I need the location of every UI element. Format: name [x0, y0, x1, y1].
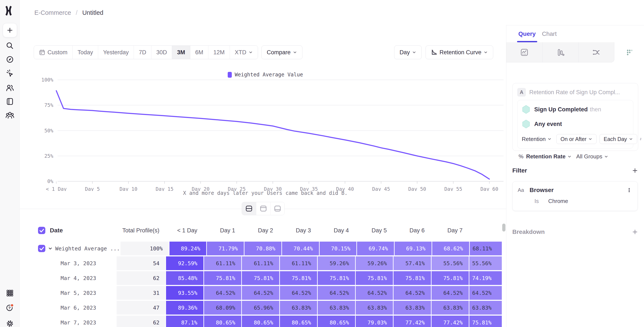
retention-cell: 63.83%	[432, 301, 469, 315]
help-icon[interactable]: ?	[5, 303, 14, 312]
chevron-down-icon	[567, 154, 572, 159]
retention-cell: 64.52%	[356, 286, 393, 300]
table-row[interactable]: Weighted Average ...100%89.24%71.79%70.8…	[32, 242, 502, 255]
retention-cell: 64.52%	[432, 286, 469, 300]
table-row[interactable]: Mar 5, 20233193.55%64.52%64.52%64.52%64.…	[32, 286, 502, 300]
report-type-funnels[interactable]	[542, 42, 578, 62]
retention-line[interactable]	[56, 91, 489, 179]
range-3m[interactable]: 3M	[172, 46, 190, 59]
column-header: Day 4	[318, 224, 355, 237]
first-event-row[interactable]: Sign Up Completed then	[522, 105, 629, 114]
users-icon[interactable]	[5, 83, 14, 93]
boards-icon[interactable]	[5, 97, 14, 106]
column-header: Day 6	[393, 224, 430, 237]
filter-operator[interactable]: Is	[534, 198, 539, 205]
row-expander[interactable]	[48, 246, 53, 251]
chart-type-button[interactable]: Retention Curve	[426, 45, 493, 59]
query-card: A Retention Rate of Sign Up Compl... Sig…	[512, 83, 638, 151]
filter-property[interactable]: Browser	[530, 187, 554, 194]
granularity-button[interactable]: Day	[394, 45, 422, 59]
retention-cell: 65.96%	[242, 301, 279, 315]
series-badge: A	[517, 88, 526, 97]
report-type-retention[interactable]	[614, 42, 644, 62]
add-filter-icon[interactable]	[632, 167, 638, 174]
then-label: then	[590, 106, 601, 113]
toggle-table-only[interactable]	[270, 202, 284, 215]
retention-cell: 70.88%	[244, 242, 282, 255]
date-cell: Mar 7, 2023	[60, 320, 96, 326]
breadcrumb-parent[interactable]: E-Commerce	[34, 9, 71, 16]
report-type-flows[interactable]	[578, 42, 614, 62]
range-today[interactable]: Today	[72, 46, 98, 59]
table-row[interactable]: Mar 6, 20234789.36%68.09%65.96%63.83%63.…	[32, 301, 502, 315]
select-all-checkbox[interactable]	[38, 227, 45, 234]
main-content: CustomTodayYesterday7D30D3M6M12MXTD Comp…	[20, 25, 506, 327]
range-6m[interactable]: 6M	[190, 46, 208, 59]
events-cursor-icon[interactable]	[5, 69, 14, 78]
app-window: ? E-Commerce / Untitled	[0, 0, 644, 327]
retention-cell: 68.11%	[470, 242, 502, 255]
row-checkbox[interactable]	[38, 245, 45, 252]
column-header: Day 5	[356, 224, 393, 237]
groups-dropdown[interactable]: All Groups	[574, 153, 608, 160]
chevron-down-icon	[484, 50, 488, 54]
range-30d[interactable]: 30D	[151, 46, 172, 59]
filter-value[interactable]: Chrome	[548, 198, 568, 205]
retention-type-dropdown[interactable]: Retention	[522, 136, 552, 142]
discover-compass-icon[interactable]	[5, 55, 14, 64]
new-report-button[interactable]	[3, 23, 17, 37]
tab-chart[interactable]: Chart	[542, 25, 556, 42]
retention-cell: 69.74%	[357, 242, 394, 255]
search-icon[interactable]	[5, 41, 14, 50]
retention-cell: 57.41%	[394, 256, 431, 270]
retention-cell: 92.59%	[166, 256, 203, 270]
filter-kebab-icon[interactable]	[626, 187, 632, 193]
column-header	[469, 224, 502, 237]
measure-dropdown[interactable]: Retention Rate	[526, 153, 572, 160]
on-or-after-dropdown[interactable]: On or After	[556, 134, 596, 144]
add-breakdown-icon[interactable]	[632, 229, 638, 235]
chart-controls-row: CustomTodayYesterday7D30D3M6M12MXTD Comp…	[34, 45, 493, 59]
range-xtd[interactable]: XTD	[230, 46, 258, 59]
chevron-down-icon	[629, 137, 633, 141]
retention-cell: 68.62%	[432, 242, 469, 255]
retention-curve-icon	[431, 49, 437, 55]
tab-query[interactable]: Query	[518, 25, 536, 42]
table-row[interactable]: Mar 3, 20235492.59%61.11%61.11%61.11%59.…	[32, 256, 502, 270]
compare-button[interactable]: Compare	[262, 45, 302, 59]
table-row[interactable]: Mar 4, 20236285.48%75.81%75.81%75.81%75.…	[32, 271, 502, 285]
table-row[interactable]: Mar 7, 20236287.1%80.65%80.65%80.65%80.6…	[32, 316, 502, 327]
date-range-control: CustomTodayYesterday7D30D3M6M12MXTD	[34, 45, 258, 59]
y-tick-label: 100%	[42, 77, 54, 83]
chevron-down-icon	[248, 50, 253, 54]
table-scrollbar-thumb[interactable]	[502, 224, 506, 232]
each-day-dropdown[interactable]: Each Day	[600, 134, 637, 144]
report-type-insights[interactable]	[506, 42, 542, 62]
range-12m[interactable]: 12M	[208, 46, 230, 59]
cohorts-icon[interactable]	[5, 110, 14, 120]
return-event-row[interactable]: Any event	[522, 119, 629, 128]
chevron-down-icon	[604, 154, 608, 159]
breakdown-section-header: Breakdown	[512, 227, 638, 237]
range-yesterday[interactable]: Yesterday	[98, 46, 134, 59]
insights-icon	[520, 48, 529, 57]
retention-cell: 64.52%	[242, 286, 279, 300]
breadcrumb-current[interactable]: Untitled	[82, 9, 103, 16]
retention-cell: 64.52%	[469, 286, 502, 300]
range-7d[interactable]: 7D	[134, 46, 151, 59]
retention-cell: 85.48%	[166, 271, 203, 285]
settings-gear-icon[interactable]	[5, 319, 14, 327]
toggle-chart-only[interactable]	[256, 202, 270, 215]
y-tick-label: 50%	[44, 128, 53, 133]
range-custom[interactable]: Custom	[34, 46, 72, 59]
check-icon	[38, 245, 45, 252]
app-logo-icon[interactable]	[4, 5, 13, 16]
apps-grid-icon[interactable]	[5, 288, 14, 298]
filter-card[interactable]: Aa Browser Is Chrome	[512, 181, 638, 211]
breakdown-heading: Breakdown	[512, 229, 545, 235]
query-title[interactable]: Retention Rate of Sign Up Compl...	[529, 89, 620, 96]
retention-cell: 75.81%	[280, 271, 317, 285]
toggle-split-view[interactable]	[242, 202, 256, 215]
retention-table: DateTotal Profile(s)< 1 DayDay 1Day 2Day…	[32, 224, 502, 327]
calendar-icon	[39, 49, 45, 55]
